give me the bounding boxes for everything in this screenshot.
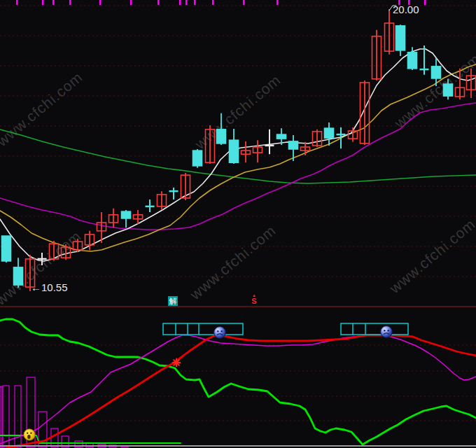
top-tick-mark	[42, 0, 44, 5]
histogram-bar	[0, 386, 2, 447]
candle	[181, 173, 190, 200]
candle	[349, 127, 358, 142]
candle	[193, 149, 202, 168]
candle	[146, 200, 155, 212]
candle	[158, 191, 167, 210]
top-tick-mark	[99, 0, 102, 5]
top-tick-mark	[194, 0, 196, 5]
stock-chart-window: www.cfchi.comwww.cfchi.comwww.cfchi.comw…	[0, 0, 476, 448]
candle	[122, 210, 131, 227]
top-tick-mark	[186, 0, 188, 5]
jie-signal-label: 解	[169, 297, 177, 305]
top-tick-mark	[69, 0, 71, 5]
candle	[206, 125, 215, 164]
candle	[372, 30, 382, 80]
top-tick-mark	[16, 0, 18, 5]
top-tick-mark	[179, 0, 181, 5]
top-tick-mark	[424, 0, 426, 5]
sad-face-sphere-marker	[214, 327, 226, 339]
candle	[396, 24, 405, 56]
candle	[2, 236, 11, 262]
candle	[74, 239, 83, 252]
candle	[444, 79, 453, 99]
candle	[62, 244, 71, 260]
top-tick-mark	[130, 0, 132, 5]
top-tick-mark	[52, 0, 55, 5]
histogram-bar	[51, 428, 58, 447]
smiley-face-marker	[24, 429, 35, 440]
candle	[467, 69, 476, 98]
candle	[253, 140, 262, 162]
star-marker	[173, 359, 181, 367]
candle	[109, 209, 118, 227]
top-tick-mark	[158, 0, 160, 5]
indicator-panel[interactable]	[0, 308, 476, 448]
candle	[38, 253, 47, 265]
candle	[230, 129, 239, 164]
candle	[241, 141, 251, 162]
indicator-red-line	[7, 335, 476, 447]
candle	[313, 130, 322, 147]
high-price-label: 20.00	[393, 4, 419, 15]
candle	[14, 258, 23, 288]
top-tick-mark	[276, 0, 279, 5]
sell-signal-marker: ▲ S	[249, 294, 259, 305]
signal-box	[341, 323, 408, 335]
ma-magenta-line	[0, 103, 476, 230]
sell-signal-label: S	[249, 298, 259, 305]
candle	[217, 113, 226, 145]
jie-signal-marker: 解	[168, 296, 178, 306]
top-tick-mark	[212, 0, 214, 5]
candle	[456, 69, 465, 99]
sad-face-sphere-marker	[381, 326, 393, 338]
candle	[360, 80, 370, 145]
candlestick-price-panel[interactable]	[0, 0, 476, 308]
candle	[169, 188, 178, 200]
histogram-bar	[3, 386, 9, 447]
indicator-magenta-line	[0, 335, 476, 444]
signal-box	[163, 323, 243, 335]
top-tick-mark	[243, 0, 245, 5]
low-price-label: ←10.55	[31, 282, 68, 293]
candle	[265, 130, 274, 154]
candle	[385, 9, 394, 55]
